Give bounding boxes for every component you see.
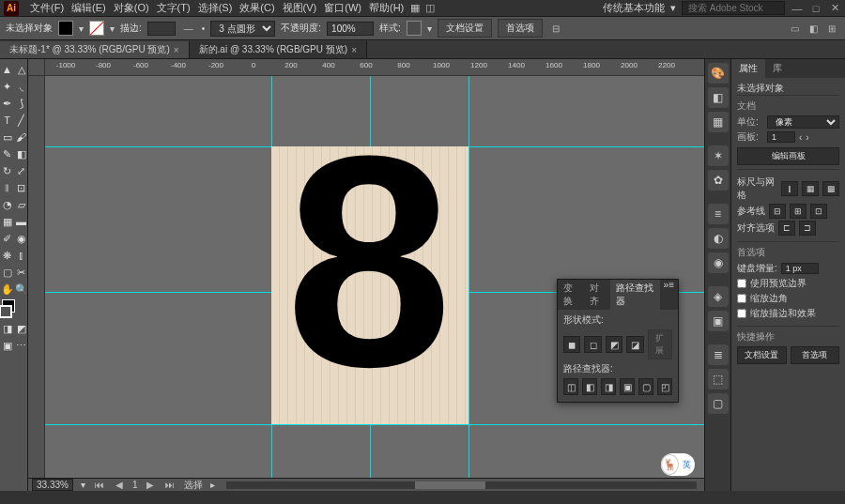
quick-prefs-button[interactable]: 首选项 (791, 346, 840, 364)
transparency-grid-icon[interactable]: ▩ (822, 181, 839, 196)
dock-layers-icon[interactable]: ≣ (708, 344, 729, 365)
unite-icon[interactable]: ◼ (563, 336, 580, 353)
prefs-button[interactable]: 首选项 (498, 19, 543, 38)
maximize-button[interactable]: □ (809, 3, 822, 14)
magic-wand-tool[interactable]: ✦ (0, 78, 14, 95)
nav-last-icon[interactable]: ⏭ (163, 480, 177, 490)
horizontal-scrollbar[interactable] (226, 481, 697, 489)
ruler-vertical[interactable] (28, 76, 45, 491)
edit-artboard-button[interactable]: 编辑画板 (737, 147, 839, 165)
guide-vertical[interactable] (469, 76, 469, 491)
artwork-glyph-8[interactable]: 8 (285, 111, 453, 411)
guides-lock-icon[interactable]: ⊞ (790, 204, 807, 219)
panel-tab-libraries[interactable]: 库 (765, 59, 790, 78)
float-tab-align[interactable]: 对齐 (584, 280, 610, 310)
stroke-swatch[interactable] (89, 21, 104, 36)
ruler-origin[interactable] (28, 59, 45, 76)
menu-file[interactable]: 文件(F) (26, 1, 68, 15)
blend-tool[interactable]: ◉ (14, 230, 28, 247)
style-swatch[interactable] (407, 21, 422, 36)
slice-tool[interactable]: ✂ (14, 264, 28, 281)
pen-tool[interactable]: ✒ (0, 95, 14, 112)
tab-close-icon[interactable]: × (351, 45, 357, 55)
guides-toggle-icon[interactable]: ⊟ (769, 204, 786, 219)
menu-edit[interactable]: 编辑(E) (68, 1, 110, 15)
workspace-dropdown-icon[interactable]: ▾ (670, 2, 676, 14)
stroke-color-icon[interactable] (0, 305, 12, 318)
selection-tool[interactable]: ▲ (0, 61, 14, 78)
nav-next-icon[interactable]: ▶ (145, 480, 156, 490)
search-input[interactable] (682, 1, 785, 15)
dock-color-icon[interactable]: 🎨 (708, 63, 729, 84)
canvas-area[interactable]: -1000 -800 -600 -400 -200 0 200 400 600 … (28, 59, 704, 491)
artboard-tool[interactable]: ▢ (0, 264, 14, 281)
artboard[interactable]: 8 (271, 146, 469, 424)
direct-selection-tool[interactable]: △ (14, 61, 28, 78)
panel-tab-properties[interactable]: 属性 (731, 59, 765, 78)
trim-icon[interactable]: ◧ (582, 378, 597, 395)
ruler-icon[interactable]: ⫿ (781, 181, 798, 196)
stroke-profile-icon[interactable]: — (181, 21, 196, 36)
eyedropper-tool[interactable]: ✐ (0, 230, 14, 247)
stroke-dropdown-icon[interactable]: ▾ (110, 23, 115, 34)
artboard-input[interactable] (767, 131, 795, 143)
eraser-tool[interactable]: ◧ (14, 145, 28, 162)
document-tab-2[interactable]: 新的.ai @ 33.33% (RGB/GPU 预览) × (190, 41, 367, 58)
menu-effect[interactable]: 效果(C) (236, 1, 278, 15)
intersect-icon[interactable]: ◩ (606, 336, 622, 353)
divide-icon[interactable]: ◫ (563, 378, 578, 395)
dock-graphic-styles-icon[interactable]: ▣ (708, 311, 729, 331)
artboard-nav-input[interactable]: 1 (132, 480, 138, 490)
tab-close-icon[interactable]: × (174, 45, 179, 55)
float-tab-transform[interactable]: 变换 (558, 280, 584, 310)
artboard-prev-icon[interactable]: ‹ (799, 132, 802, 143)
menu-window[interactable]: 窗口(W) (320, 1, 365, 15)
tool-hint-dropdown-icon[interactable]: ▸ (210, 480, 215, 490)
dock-stroke-icon[interactable]: ≡ (708, 204, 729, 224)
close-button[interactable]: ✕ (828, 2, 841, 14)
hand-tool[interactable]: ✋ (0, 281, 14, 298)
scale-strokes-checkbox[interactable]: 缩放描边和效果 (737, 307, 839, 320)
dock-color-guide-icon[interactable]: ◧ (708, 87, 729, 108)
arrange-icon[interactable]: ◫ (422, 1, 438, 16)
preview-bounds-checkbox[interactable]: 使用预览边界 (737, 277, 839, 290)
outline-icon[interactable]: ▢ (638, 378, 653, 395)
curvature-tool[interactable]: ⟆ (14, 95, 28, 112)
nav-first-icon[interactable]: ⏮ (93, 480, 106, 490)
rectangle-tool[interactable]: ▭ (0, 129, 14, 145)
zoom-dropdown-icon[interactable]: ▾ (81, 480, 85, 490)
zoom-level[interactable]: 33.33% (32, 479, 73, 491)
gradient-tool[interactable]: ▬ (14, 213, 28, 230)
panel-menu-icon[interactable]: »≡ (660, 280, 678, 310)
dock-appearance-icon[interactable]: ◈ (708, 286, 729, 307)
symbol-sprayer-tool[interactable]: ❋ (0, 247, 14, 264)
doc-setup-button[interactable]: 文档设置 (438, 19, 492, 38)
scale-tool[interactable]: ⤢ (14, 162, 28, 179)
float-tab-pathfinder[interactable]: 路径查找器 (610, 280, 659, 310)
panel-icon-2[interactable]: ◧ (806, 21, 821, 36)
panel-icon-1[interactable]: ▭ (787, 21, 802, 36)
dock-brushes-icon[interactable]: ✶ (708, 145, 729, 166)
ime-badge[interactable]: 🦌 英 (661, 453, 695, 476)
rotate-tool[interactable]: ↻ (0, 162, 14, 179)
dock-swatches-icon[interactable]: ▦ (708, 112, 729, 132)
dock-transparency-icon[interactable]: ◉ (708, 252, 729, 273)
align-icon[interactable]: ⊟ (548, 21, 563, 36)
exclude-icon[interactable]: ◪ (626, 336, 643, 353)
screen-mode-tool[interactable]: ▣ (0, 337, 14, 354)
style-dropdown-icon[interactable]: ▾ (427, 23, 432, 34)
edit-toolbar[interactable]: ⋯ (14, 337, 28, 354)
minus-back-icon[interactable]: ◰ (657, 378, 672, 395)
menu-type[interactable]: 文字(T) (153, 1, 194, 15)
artboard-next-icon[interactable]: › (806, 132, 808, 143)
free-transform-tool[interactable]: ⊡ (14, 179, 28, 196)
smart-guides-icon[interactable]: ⊡ (810, 204, 827, 219)
nav-prev-icon[interactable]: ◀ (114, 480, 125, 490)
merge-icon[interactable]: ◨ (601, 378, 616, 395)
ruler-horizontal[interactable]: -1000 -800 -600 -400 -200 0 200 400 600 … (45, 59, 704, 76)
color-mode-tool[interactable]: ◨ (0, 320, 14, 337)
minimize-button[interactable]: — (791, 3, 804, 14)
width-tool[interactable]: ⫴ (0, 179, 14, 196)
dock-gradient-icon[interactable]: ◐ (708, 228, 729, 249)
snap-pixel-icon[interactable]: ⊏ (778, 221, 795, 236)
